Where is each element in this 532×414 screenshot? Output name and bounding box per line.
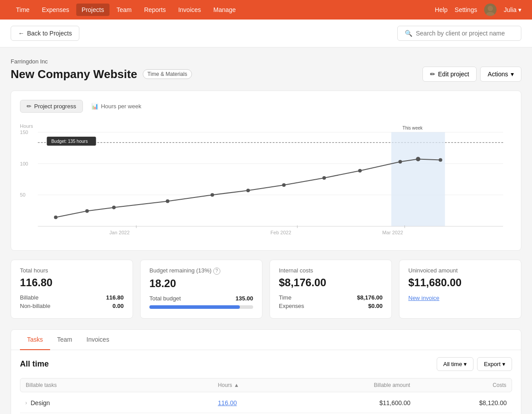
client-name: Farringdon Inc <box>11 58 521 65</box>
pencil-icon: ✏ <box>27 103 31 110</box>
svg-rect-13 <box>391 132 445 226</box>
tab-tasks[interactable]: Tasks <box>20 330 50 350</box>
chart-tabs: ✏ Project progress 📊 Hours per week <box>20 100 512 113</box>
back-button[interactable]: ← Back to Projects <box>11 26 79 41</box>
sort-icon: ▲ <box>234 382 239 388</box>
arrow-left-icon: ← <box>18 30 24 37</box>
progress-bar-bg <box>149 305 253 309</box>
actions-button[interactable]: Actions ▾ <box>480 67 521 82</box>
svg-point-31 <box>399 160 402 164</box>
chart-svg: 150 100 50 Hours Budget: 135 hours This … <box>20 122 512 241</box>
search-input[interactable] <box>416 30 514 37</box>
internal-costs-label: Internal costs <box>279 267 383 274</box>
new-invoice-link[interactable]: New invoice <box>408 295 439 301</box>
svg-text:150: 150 <box>20 130 28 135</box>
bar-chart-icon: 📊 <box>91 103 98 110</box>
svg-point-22 <box>54 216 58 219</box>
nav-item-team[interactable]: Team <box>111 4 137 16</box>
top-nav: Time Expenses Projects Team Reports Invo… <box>0 0 532 20</box>
design-billable: $11,600.00 <box>314 399 411 406</box>
total-hours-label: Total hours <box>20 267 124 274</box>
chart-tab-hours[interactable]: 📊 Hours per week <box>85 100 148 113</box>
nav-item-time[interactable]: Time <box>11 4 35 16</box>
table-buttons: All time ▾ Export ▾ <box>437 357 512 371</box>
uninvoiced-value: $11,680.00 <box>408 276 512 289</box>
budget-label: Budget remaining (13%) ? <box>149 267 253 275</box>
svg-point-0 <box>488 6 493 11</box>
chevron-right-icon[interactable]: › <box>25 400 27 406</box>
chart-area: 150 100 50 Hours Budget: 135 hours This … <box>20 122 512 241</box>
total-hours-value: 116.80 <box>20 276 124 289</box>
svg-point-26 <box>211 193 214 197</box>
stat-card-internal-costs: Internal costs $8,176.00 Time $8,176.00 … <box>270 260 392 319</box>
table-section: All time All time ▾ Export ▾ Billable ta… <box>11 350 521 414</box>
search-box: 🔍 <box>397 26 521 41</box>
user-name[interactable]: Julia ▾ <box>504 6 521 13</box>
internal-costs-value: $8,176.00 <box>279 276 383 289</box>
nav-item-reports[interactable]: Reports <box>139 4 171 16</box>
export-button[interactable]: Export ▾ <box>477 357 512 371</box>
svg-point-1 <box>486 12 495 16</box>
project-title-row: New Company Website Time & Materials ✏ E… <box>11 67 521 82</box>
svg-point-32 <box>416 157 420 162</box>
nav-item-manage[interactable]: Manage <box>208 4 241 16</box>
svg-text:Hours: Hours <box>20 123 33 129</box>
stat-card-total-hours: Total hours 116.80 Billable 116.80 Non-b… <box>11 260 133 319</box>
budget-value: 18.20 <box>149 277 253 290</box>
svg-text:100: 100 <box>20 161 28 166</box>
all-time-filter-button[interactable]: All time ▾ <box>437 357 474 371</box>
chart-tab-progress[interactable]: ✏ Project progress <box>20 100 83 113</box>
nav-item-expenses[interactable]: Expenses <box>37 4 74 16</box>
project-name: New Company Website <box>11 67 137 81</box>
toolbar: ← Back to Projects 🔍 <box>0 20 532 47</box>
tab-invoices[interactable]: Invoices <box>79 330 116 350</box>
col-tasks: Billable tasks <box>26 382 218 388</box>
project-type-badge: Time & Materials <box>143 69 192 79</box>
progress-bar-fill <box>149 305 240 309</box>
table-title: All time <box>20 359 49 369</box>
svg-point-33 <box>439 158 442 162</box>
col-hours[interactable]: Hours ▲ <box>218 382 314 388</box>
help-link[interactable]: Help <box>435 6 448 13</box>
chevron-down-icon: ▾ <box>518 6 521 13</box>
design-hours-link[interactable]: 116.00 <box>218 399 237 406</box>
chevron-down-icon: ▾ <box>464 361 467 367</box>
stat-cards: Total hours 116.80 Billable 116.80 Non-b… <box>11 260 521 319</box>
project-title: New Company Website Time & Materials <box>11 67 192 81</box>
tab-team[interactable]: Team <box>50 330 79 350</box>
expenses-cost-row: Expenses $0.00 <box>279 303 383 309</box>
chevron-down-icon: ▾ <box>511 71 514 78</box>
svg-text:This week: This week <box>403 126 423 130</box>
stat-card-uninvoiced: Uninvoiced amount $11,680.00 New invoice <box>399 260 521 319</box>
svg-point-27 <box>246 189 250 192</box>
nav-left: Time Expenses Projects Team Reports Invo… <box>11 4 241 16</box>
design-costs: $8,120.00 <box>411 399 507 406</box>
row-name-design: › Design <box>25 399 218 406</box>
chevron-down-icon: ▾ <box>502 361 505 367</box>
project-header: Farringdon Inc New Company Website Time … <box>11 58 521 82</box>
table-row: › Design 116.00 $11,600.00 $8,120.00 <box>20 393 512 413</box>
svg-text:Mar 2022: Mar 2022 <box>382 230 403 235</box>
avatar <box>484 4 497 16</box>
total-budget-row: Total budget 135.00 <box>149 295 253 302</box>
settings-link[interactable]: Settings <box>455 6 477 13</box>
edit-project-button[interactable]: ✏ Edit project <box>422 67 477 82</box>
billable-row: Billable 116.80 <box>20 294 124 301</box>
nav-item-projects[interactable]: Projects <box>76 4 110 16</box>
nav-right: Help Settings Julia ▾ <box>435 4 521 16</box>
search-icon: 🔍 <box>405 30 412 37</box>
svg-point-30 <box>358 169 362 173</box>
non-billable-row: Non-billable 0.00 <box>20 303 124 309</box>
svg-point-23 <box>85 209 89 213</box>
svg-point-28 <box>282 183 286 187</box>
table-header: Billable tasks Hours ▲ Billable amount C… <box>20 378 512 392</box>
table-controls: All time All time ▾ Export ▾ <box>20 357 512 371</box>
svg-text:Jan 2022: Jan 2022 <box>110 230 130 235</box>
col-costs: Costs <box>410 382 506 388</box>
pencil-icon: ✏ <box>430 71 435 78</box>
help-icon[interactable]: ? <box>213 268 220 275</box>
nav-item-invoices[interactable]: Invoices <box>173 4 206 16</box>
chart-card: ✏ Project progress 📊 Hours per week 150 … <box>11 91 521 251</box>
svg-text:Budget: 135 hours: Budget: 135 hours <box>51 139 88 144</box>
tabs-header: Tasks Team Invoices <box>11 330 521 350</box>
